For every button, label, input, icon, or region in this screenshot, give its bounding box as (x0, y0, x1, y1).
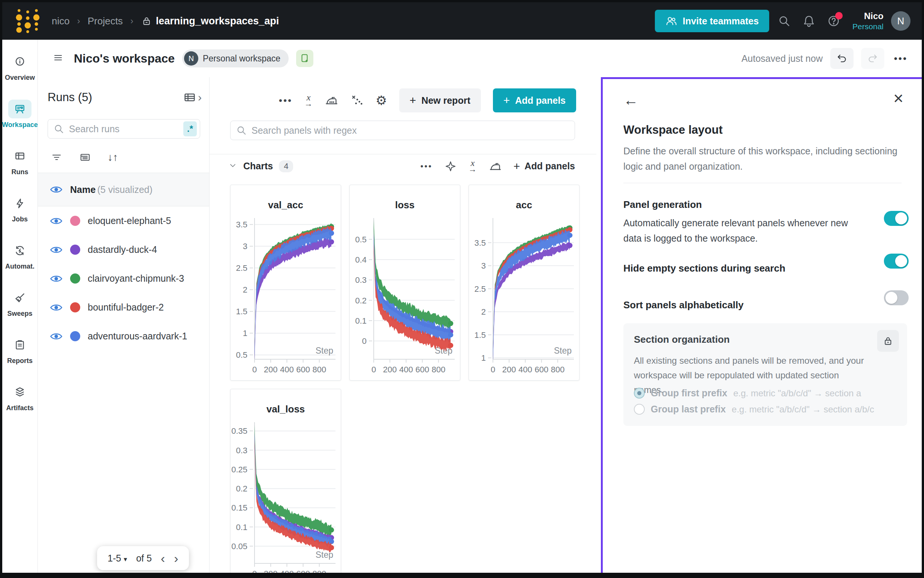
regex-toggle[interactable]: .* (183, 121, 197, 136)
hide-empty-sections-toggle[interactable] (884, 253, 909, 269)
sidebar-item-overview[interactable]: Overview (2, 52, 37, 82)
workspace-settings-icon[interactable] (296, 50, 313, 67)
new-report-button[interactable]: + New report (399, 88, 481, 112)
back-arrow-icon[interactable]: ← (623, 93, 638, 107)
info-icon (8, 52, 31, 71)
expand-runs-table-button[interactable]: › (183, 91, 202, 104)
svg-text:loss: loss (395, 199, 415, 211)
breadcrumb-separator: › (77, 16, 80, 26)
search-icon (53, 123, 65, 135)
section-add-panels-button[interactable]: + Add panels (514, 161, 575, 172)
visibility-eye-icon[interactable] (50, 245, 63, 255)
run-row[interactable]: eloquent-elephant-5 (38, 206, 209, 235)
run-name[interactable]: eloquent-elephant-5 (88, 215, 171, 226)
group-list-icon[interactable] (79, 151, 91, 163)
chevron-right-icon: › (198, 92, 202, 103)
run-row[interactable]: clairvoyant-chipmunk-3 (38, 264, 209, 293)
sidebar-item-sweeps[interactable]: Sweeps (2, 289, 37, 318)
undo-button[interactable] (830, 48, 854, 69)
automation-cycle-icon (8, 241, 31, 260)
chart-panel-val_loss[interactable]: 0.050.10.150.20.250.30.350200400600800St… (230, 389, 341, 578)
runs-list-header[interactable]: Name (5 visualized) (38, 173, 209, 206)
redo-button[interactable] (861, 48, 884, 69)
prev-page-button[interactable]: ‹ (161, 552, 165, 565)
svg-text:0.2: 0.2 (236, 484, 247, 494)
help-icon[interactable] (824, 11, 843, 31)
run-row[interactable]: bountiful-badger-2 (38, 293, 209, 322)
sort-icon[interactable]: ↓↑ (107, 151, 118, 163)
group-first-prefix-option[interactable]: Group first prefix e.g. metric "a/b/c/d"… (634, 388, 861, 399)
chart-panel-val_acc[interactable]: 0.511.522.533.50200400600800Stepval_acc (230, 185, 341, 381)
sidebar-item-reports[interactable]: Reports (2, 336, 37, 365)
svg-text:0: 0 (362, 336, 367, 346)
page-range-dropdown[interactable]: 1-5 ▾ (107, 553, 127, 564)
group-last-prefix-option[interactable]: Group last prefix e.g. metric "a/b/c/d" … (634, 404, 874, 415)
panel-generation-toggle[interactable] (884, 211, 909, 226)
notifications-bell-icon[interactable] (799, 11, 819, 31)
header-overflow-menu-icon[interactable]: ••• (894, 53, 908, 65)
runs-search-box: .* (47, 119, 200, 139)
avatar[interactable]: N (891, 11, 911, 31)
people-icon (665, 15, 677, 27)
smoothing-iron-icon[interactable] (325, 94, 338, 107)
chart-panel-acc[interactable]: 11.522.533.50200400600800Stepacc (469, 185, 579, 381)
plus-icon: + (503, 95, 510, 106)
settings-gear-icon[interactable]: ⚙ (376, 93, 387, 108)
breadcrumb-account[interactable]: nico (52, 15, 70, 27)
run-color-dot (70, 331, 80, 341)
sidebar-item-runs[interactable]: Runs (2, 147, 37, 176)
svg-text:800: 800 (312, 569, 326, 578)
toolbar-overflow-icon[interactable]: ••• (279, 95, 292, 106)
radio-icon[interactable] (634, 404, 645, 415)
svg-text:0.1: 0.1 (355, 316, 367, 326)
visibility-eye-icon[interactable] (50, 274, 63, 284)
run-name[interactable]: clairvoyant-chipmunk-3 (88, 273, 184, 284)
svg-text:1.5: 1.5 (236, 307, 247, 316)
panel-search-input[interactable] (252, 125, 569, 136)
visibility-eye-icon[interactable] (50, 303, 63, 312)
close-icon[interactable]: × (893, 89, 903, 107)
collapse-sidebar-icon[interactable] (52, 52, 64, 65)
radio-icon[interactable] (634, 388, 645, 399)
run-row[interactable]: dastardly-duck-4 (38, 235, 209, 264)
run-row[interactable]: adventurous-aardvark-1 (38, 322, 209, 351)
sidebar-item-automations[interactable]: Automat. (2, 241, 37, 270)
section-x-axis-icon[interactable]: x→ (469, 159, 477, 173)
svg-text:0: 0 (371, 365, 376, 374)
breadcrumb-project[interactable]: learning_workspaces_api (141, 15, 279, 27)
search-icon[interactable] (774, 11, 794, 31)
outliers-icon[interactable] (350, 94, 364, 107)
run-name[interactable]: dastardly-duck-4 (88, 244, 157, 255)
wandb-logo-icon[interactable] (13, 6, 41, 36)
svg-text:3: 3 (243, 242, 247, 251)
collapse-section-icon[interactable] (228, 161, 237, 172)
run-name[interactable]: adventurous-aardvark-1 (88, 331, 187, 342)
visibility-eye-icon[interactable] (50, 185, 63, 195)
section-overflow-icon[interactable]: ••• (421, 161, 433, 171)
add-panels-button[interactable]: + Add panels (493, 88, 576, 112)
run-name[interactable]: bountiful-badger-2 (88, 302, 164, 313)
breadcrumb-section[interactable]: Projects (88, 15, 123, 27)
svg-text:600: 600 (415, 365, 429, 374)
sort-panels-toggle[interactable] (884, 290, 909, 305)
section-name[interactable]: Charts (243, 161, 273, 172)
visualized-count: (5 visualized) (98, 184, 153, 195)
chart-panel-loss[interactable]: 00.10.20.30.40.50200400600800Steploss (349, 185, 460, 381)
invite-teammates-button[interactable]: Invite teammates (655, 10, 769, 32)
section-smoothing-icon[interactable] (489, 160, 501, 173)
sidebar-item-artifacts[interactable]: Artifacts (2, 383, 37, 412)
divider (623, 183, 901, 183)
x-axis-settings-icon[interactable]: x→ (304, 94, 312, 107)
visibility-eye-icon[interactable] (50, 331, 63, 341)
sidebar-item-jobs[interactable]: Jobs (2, 194, 37, 223)
svg-text:2.5: 2.5 (236, 263, 247, 273)
sidebar-item-workspace[interactable]: Workspace (2, 100, 37, 129)
next-page-button[interactable]: › (174, 552, 178, 565)
workspace-badge[interactable]: N Personal workspace (182, 49, 289, 67)
user-menu[interactable]: Nico Personal (852, 11, 883, 31)
lock-button[interactable] (877, 330, 899, 352)
filter-icon[interactable] (50, 151, 63, 163)
runs-search-input[interactable] (69, 123, 179, 135)
magic-sparkle-icon[interactable] (444, 160, 457, 172)
visibility-eye-icon[interactable] (50, 216, 63, 226)
